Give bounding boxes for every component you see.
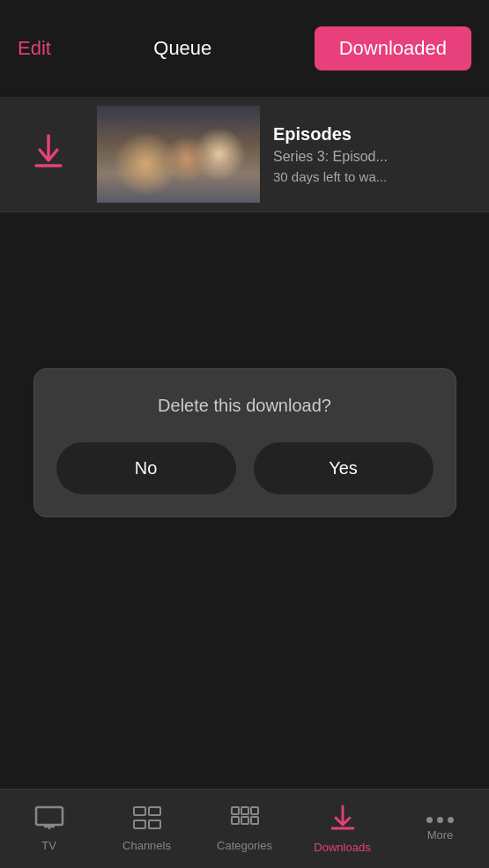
delete-dialog: Delete this download? No Yes [33, 368, 456, 517]
svg-rect-10 [251, 807, 258, 814]
nav-item-more[interactable]: More [391, 808, 489, 850]
yes-button[interactable]: Yes [254, 442, 433, 494]
channels-icon [132, 805, 162, 834]
svg-rect-13 [251, 817, 258, 824]
svg-rect-4 [134, 807, 145, 815]
downloads-nav-icon [328, 804, 358, 835]
downloaded-button[interactable]: Downloaded [315, 26, 471, 70]
tv-icon [34, 805, 64, 834]
more-icon [426, 817, 454, 823]
dialog-overlay: Delete this download? No Yes [0, 97, 489, 789]
dialog-buttons: No Yes [56, 442, 433, 494]
categories-icon [230, 805, 260, 834]
queue-button[interactable]: Queue [153, 37, 211, 60]
channels-label: Channels [122, 839, 171, 852]
downloads-label: Downloads [314, 841, 370, 854]
svg-rect-5 [149, 807, 160, 815]
svg-rect-8 [232, 807, 239, 814]
nav-item-channels[interactable]: Channels [98, 797, 196, 861]
svg-rect-7 [149, 820, 160, 828]
svg-rect-9 [241, 807, 248, 814]
svg-rect-11 [232, 817, 239, 824]
no-button[interactable]: No [56, 442, 236, 494]
svg-rect-1 [36, 807, 63, 825]
nav-item-categories[interactable]: Categories [196, 797, 293, 861]
nav-item-tv[interactable]: TV [0, 797, 98, 861]
nav-item-downloads[interactable]: Downloads [293, 795, 391, 863]
more-label: More [427, 828, 454, 842]
tv-label: TV [41, 839, 56, 852]
dialog-message: Delete this download? [56, 396, 433, 416]
edit-button[interactable]: Edit [18, 37, 51, 60]
header: Edit Queue Downloaded [0, 0, 489, 97]
categories-label: Categories [217, 839, 272, 852]
svg-rect-12 [241, 817, 248, 824]
svg-rect-6 [134, 820, 145, 828]
bottom-navigation: TV Channels Categories [0, 789, 489, 868]
